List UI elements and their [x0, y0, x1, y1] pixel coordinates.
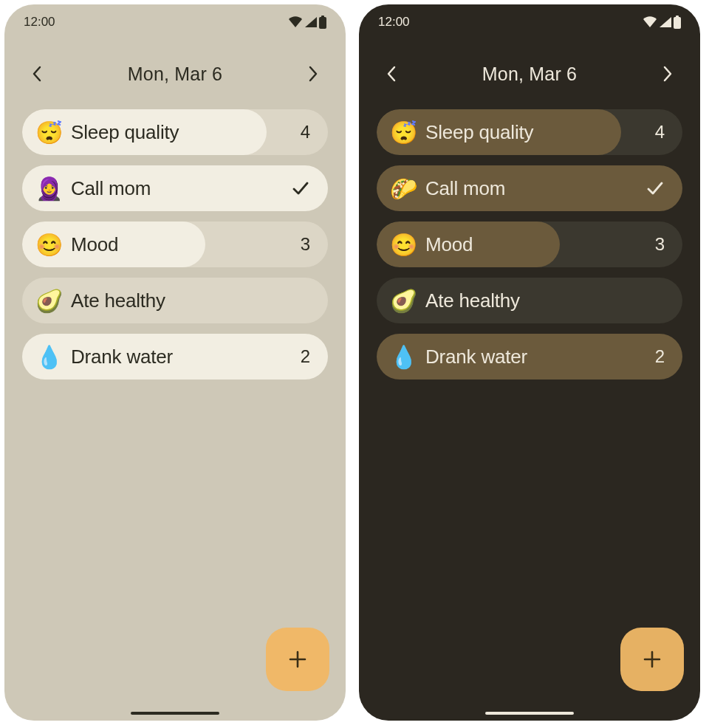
gesture-bar — [485, 712, 574, 715]
gesture-bar — [131, 712, 219, 715]
add-habit-fab[interactable] — [266, 628, 329, 691]
habit-item-sleep-quality[interactable]: 😴 Sleep quality 4 — [22, 109, 328, 155]
habit-label: Drank water — [425, 346, 643, 368]
battery-icon — [319, 16, 326, 29]
check-icon — [645, 179, 665, 198]
prev-day-button[interactable] — [27, 63, 47, 84]
next-day-button[interactable] — [303, 63, 323, 84]
habit-emoji: 😊 — [387, 232, 419, 258]
habit-value: 2 — [288, 346, 310, 367]
habit-item-mood[interactable]: 😊 Mood 3 — [22, 222, 328, 267]
habit-list: 😴 Sleep quality 4 🧕 Call mom 😊 Mood 3 — [4, 95, 346, 380]
habit-list: 😴 Sleep quality 4 🌮 Call mom 😊 Mood 3 — [359, 95, 700, 380]
status-time: 12:00 — [378, 15, 410, 30]
habit-value: 2 — [643, 346, 665, 367]
phone-dark: 12:00 Mon, Mar 6 😴 Sleep quality 4 🌮 — [359, 4, 700, 721]
habit-emoji: 🧕 — [32, 176, 65, 202]
chevron-right-icon — [308, 66, 318, 82]
habit-label: Sleep quality — [71, 121, 288, 144]
chevron-right-icon — [662, 66, 673, 82]
habit-label: Call mom — [425, 177, 645, 200]
habit-emoji: 🥑 — [387, 288, 419, 314]
habit-emoji: 😴 — [387, 120, 419, 145]
status-bar: 12:00 — [359, 4, 700, 40]
habit-label: Mood — [425, 233, 643, 256]
date-navigator: Mon, Mar 6 — [359, 53, 700, 95]
habit-label: Ate healthy — [425, 289, 665, 312]
svg-rect-3 — [676, 16, 679, 18]
status-time: 12:00 — [24, 15, 55, 30]
habit-item-ate-healthy[interactable]: 🥑 Ate healthy — [377, 278, 682, 323]
svg-rect-1 — [321, 16, 324, 18]
habit-emoji: 🌮 — [387, 176, 419, 202]
prev-day-button[interactable] — [381, 63, 402, 84]
check-icon — [291, 179, 310, 198]
signal-icon — [304, 16, 318, 28]
signal-icon — [659, 16, 672, 28]
status-bar: 12:00 — [4, 4, 346, 40]
status-icons — [288, 16, 326, 29]
habit-item-drank-water[interactable]: 💧 Drank water 2 — [377, 334, 682, 380]
habit-item-ate-healthy[interactable]: 🥑 Ate healthy — [22, 278, 328, 323]
chevron-left-icon — [32, 66, 42, 82]
habit-value: 4 — [288, 122, 310, 142]
habit-label: Sleep quality — [425, 121, 643, 144]
svg-rect-2 — [674, 17, 681, 29]
add-habit-fab[interactable] — [620, 628, 684, 691]
habit-emoji: 💧 — [32, 344, 65, 370]
svg-rect-0 — [319, 17, 326, 29]
habit-label: Ate healthy — [71, 289, 310, 312]
habit-item-call-mom[interactable]: 🧕 Call mom — [22, 165, 328, 211]
plus-icon — [641, 648, 663, 670]
habit-item-sleep-quality[interactable]: 😴 Sleep quality 4 — [377, 109, 682, 155]
habit-label: Mood — [71, 233, 288, 256]
habit-value: 3 — [288, 234, 310, 255]
habit-emoji: 😊 — [32, 232, 65, 258]
plus-icon — [287, 648, 309, 670]
habit-label: Call mom — [71, 177, 291, 200]
phone-light: 12:00 Mon, Mar 6 😴 Sleep quality 4 🧕 — [4, 4, 346, 721]
habit-emoji: 🥑 — [32, 288, 65, 314]
habit-item-mood[interactable]: 😊 Mood 3 — [377, 222, 682, 267]
next-day-button[interactable] — [657, 63, 678, 84]
wifi-icon — [288, 16, 303, 28]
habit-emoji: 😴 — [32, 120, 65, 145]
habit-item-drank-water[interactable]: 💧 Drank water 2 — [22, 334, 328, 380]
date-title: Mon, Mar 6 — [128, 63, 222, 85]
habit-label: Drank water — [71, 346, 288, 368]
chevron-left-icon — [386, 66, 397, 82]
battery-icon — [674, 16, 681, 29]
status-icons — [643, 16, 681, 29]
date-navigator: Mon, Mar 6 — [4, 53, 346, 95]
wifi-icon — [643, 16, 657, 28]
date-title: Mon, Mar 6 — [482, 63, 577, 85]
habit-item-call-mom[interactable]: 🌮 Call mom — [377, 165, 682, 211]
habit-value: 3 — [643, 234, 665, 255]
habit-value: 4 — [643, 122, 665, 142]
habit-emoji: 💧 — [387, 344, 419, 370]
